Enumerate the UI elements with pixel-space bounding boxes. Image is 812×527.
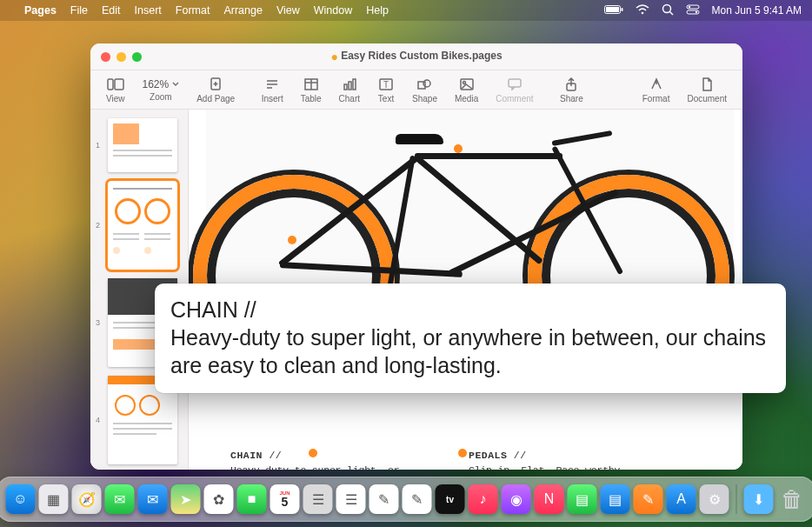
dock-app-trash[interactable]: 🗑 [777, 484, 807, 514]
body-column-pedals[interactable]: PEDALS // Clip-in. Flat. Race worthy. Me… [469, 449, 651, 470]
menu-arrange[interactable]: Arrange [223, 4, 262, 17]
col-body: Heavy-duty to super light, or anywhere i… [230, 464, 413, 470]
tb-comment[interactable]: Comment [490, 77, 538, 103]
svg-point-29 [463, 81, 465, 83]
tb-addpage[interactable]: Add Page [191, 77, 240, 103]
dock-app-contacts[interactable]: ☰ [303, 484, 333, 514]
dock-app-settings[interactable]: ⚙ [700, 484, 729, 514]
tb-share[interactable]: Share [555, 77, 589, 103]
svg-rect-23 [353, 79, 356, 90]
dock-app-calendar[interactable]: JUN5 [270, 484, 300, 514]
dock-app-launchpad[interactable]: ▦ [39, 484, 69, 514]
svg-point-4 [662, 4, 670, 12]
dock-app-pages[interactable]: ✎ [634, 484, 663, 514]
thumb-page-2[interactable]: 2 [108, 181, 177, 270]
dock-app-news[interactable]: N [535, 484, 564, 514]
chevron-down-icon [172, 82, 179, 87]
body-column-chain[interactable]: CHAIN // Heavy-duty to super light, or a… [230, 449, 413, 470]
menubar-menus: File Edit Insert Format Arrange View Win… [70, 4, 389, 17]
dock-app-freeform[interactable]: ✎ [403, 484, 432, 514]
tb-format[interactable]: Format [637, 77, 676, 103]
dock-app-photos[interactable]: ✿ [204, 484, 234, 514]
dock-app-facetime[interactable]: ■ [237, 484, 267, 514]
col-heading: CHAIN [230, 450, 263, 461]
dock-app-reminders[interactable]: ☰ [336, 484, 366, 514]
tb-zoom[interactable]: 162% Zoom [137, 78, 185, 102]
zoom-value[interactable]: 162% [143, 78, 180, 90]
svg-point-27 [423, 80, 430, 87]
dock-app-keynote[interactable]: ▤ [601, 484, 630, 514]
tb-view[interactable]: View [101, 77, 130, 103]
tb-chart-label: Chart [339, 94, 360, 103]
dock-app-appstore[interactable]: A [667, 484, 696, 514]
tb-view-label: View [106, 94, 125, 103]
dock-app-tv[interactable]: tv [436, 484, 465, 514]
control-center-icon[interactable] [686, 4, 700, 17]
svg-rect-2 [621, 8, 622, 11]
dock-app-safari[interactable]: 🧭 [72, 484, 102, 514]
tb-document-label: Document [687, 94, 727, 103]
tb-format-label: Format [642, 94, 670, 103]
dock-app-podcasts[interactable]: ◉ [502, 484, 531, 514]
svg-rect-1 [606, 7, 619, 12]
dock-app-mail[interactable]: ✉ [138, 484, 168, 514]
tb-text[interactable]: T Text [372, 77, 400, 103]
menu-view[interactable]: View [276, 4, 300, 17]
menu-edit[interactable]: Edit [102, 4, 121, 17]
titlebar[interactable]: ● Easy Rides Custom Bikes.pages [90, 43, 742, 70]
window-title: ● Easy Rides Custom Bikes.pages [90, 50, 742, 63]
callout-dot [458, 449, 467, 457]
svg-text:T: T [383, 80, 389, 90]
tb-comment-label: Comment [496, 94, 533, 103]
slash: // [263, 450, 282, 461]
dock-app-notes[interactable]: ✎ [369, 484, 399, 514]
dock-app-messages[interactable]: ✉ [105, 484, 135, 514]
menu-insert[interactable]: Insert [135, 4, 162, 17]
share-icon [562, 77, 580, 92]
shape-icon [416, 77, 433, 92]
svg-rect-10 [108, 79, 113, 90]
thumb-page-1[interactable]: 1 [108, 118, 177, 172]
battery-icon[interactable] [604, 4, 623, 17]
svg-point-3 [641, 11, 643, 14]
insert-icon [263, 77, 281, 92]
menu-file[interactable]: File [70, 4, 88, 17]
app-name-menu[interactable]: Pages [24, 4, 57, 17]
fullscreen-button[interactable] [132, 52, 142, 62]
close-button[interactable] [101, 52, 110, 62]
tb-document[interactable]: Document [682, 77, 732, 103]
menu-help[interactable]: Help [366, 4, 389, 17]
comment-icon [506, 77, 523, 92]
dock-app-finder[interactable]: ☺ [6, 484, 36, 514]
media-icon [458, 77, 476, 92]
callout-dot [454, 144, 463, 153]
page-number: 4 [96, 416, 100, 424]
tb-shape[interactable]: Shape [407, 77, 443, 103]
svg-rect-11 [115, 79, 123, 90]
dock-app-downloads[interactable]: ⬇ [744, 484, 774, 514]
dock-app-maps[interactable]: ➤ [171, 484, 201, 514]
svg-point-8 [688, 5, 689, 7]
slash: // [507, 450, 526, 461]
dock-app-music[interactable]: ♪ [469, 484, 498, 514]
menubar-clock[interactable]: Mon Jun 5 9:41 AM [712, 4, 802, 17]
table-icon [303, 77, 320, 92]
tb-table[interactable]: Table [296, 77, 327, 103]
wifi-icon[interactable] [636, 4, 649, 17]
document-icon [698, 77, 715, 92]
dock-app-numbers[interactable]: ▤ [568, 484, 597, 514]
menu-format[interactable]: Format [176, 4, 210, 17]
tb-chart[interactable]: Chart [334, 77, 365, 103]
search-icon[interactable] [662, 3, 674, 18]
tb-insert[interactable]: Insert [256, 77, 289, 103]
svg-rect-30 [509, 79, 521, 87]
tb-table-label: Table [301, 94, 322, 103]
tb-media-label: Media [455, 94, 478, 103]
hover-text-overlay: CHAIN // Heavy-duty to super light, or a… [155, 284, 786, 393]
menu-window[interactable]: Window [314, 4, 352, 17]
tb-addpage-label: Add Page [196, 94, 235, 103]
text-icon: T [377, 77, 395, 92]
minimize-button[interactable] [116, 52, 126, 62]
edited-indicator-icon: ● [330, 50, 337, 63]
tb-media[interactable]: Media [449, 77, 483, 103]
